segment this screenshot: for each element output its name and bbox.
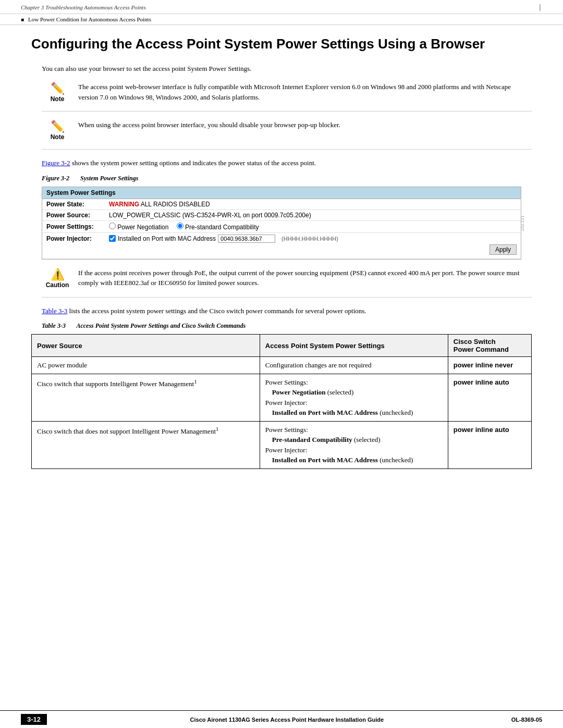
mac-hint-text: (HHHH.HHHH.HHHH) — [282, 236, 338, 242]
caution-icon-col: ⚠️ Caution — [42, 268, 73, 289]
caution-triangle-icon: ⚠️ — [51, 268, 65, 281]
row2-col1: Cisco switch that supports Intelligent P… — [32, 374, 260, 421]
mac-address-input[interactable] — [218, 235, 275, 243]
checkbox-label-text: Installed on Port with MAC Address — [118, 235, 216, 242]
note-text-2: When using the access point browser inte… — [78, 120, 532, 130]
bullet-icon: ■ — [21, 17, 24, 22]
row3-bold1: Pre-standard Compatibility — [272, 436, 352, 443]
note-text-1: The access point web-browser interface i… — [78, 82, 532, 102]
radio-power-negotiation: Power Negotiation — [109, 224, 170, 231]
figure-watermark: 121707 — [520, 215, 525, 231]
power-source-label: Power Source: — [46, 212, 109, 219]
figure-label: Figure 3-2 System Power Settings — [42, 175, 532, 182]
note-block-2: ✏️ Note When using the access point brow… — [42, 120, 532, 150]
figure-link[interactable]: Figure 3-2 — [42, 159, 70, 167]
figure-row-power-settings: Power Settings: Power Negotiation Pre-st… — [42, 221, 521, 233]
note-block-1: ✏️ Note The access point web-browser int… — [42, 82, 532, 112]
row1-col1: AC power module — [32, 357, 260, 374]
chapter-title: Configuring the Access Point System Powe… — [31, 35, 532, 53]
power-injector-label: Power Injector: — [46, 235, 109, 242]
footer-center-text: Cisco Aironet 1130AG Series Access Point… — [63, 717, 511, 723]
col3-header-line2: Power Command — [454, 346, 509, 353]
figure-box: System Power Settings Power State: WARNI… — [42, 187, 521, 260]
note-pencil-icon-2: ✏️ — [51, 120, 65, 133]
row3-col1: Cisco switch that does not support Intel… — [32, 421, 260, 468]
note-icon-col-1: ✏️ Note — [42, 82, 73, 103]
row1-col2: Configuration changes are not required — [260, 357, 448, 374]
row2-col3: power inline auto — [448, 374, 531, 421]
note-icon-col-2: ✏️ Note — [42, 120, 73, 141]
table-title: Access Point System Power Settings and C… — [76, 322, 246, 329]
table-link[interactable]: Table 3-3 — [42, 307, 67, 315]
table-intro-text: Table 3-3 lists the access point system … — [42, 306, 532, 316]
radio-power-negotiation-label: Power Negotiation — [117, 224, 168, 231]
col3-header-line1: Cisco Switch — [454, 338, 496, 346]
note-label-2: Note — [51, 133, 65, 141]
figure-row-power-source: Power Source: LOW_POWER_CLASSIC (WS-C352… — [42, 210, 521, 221]
row2-bold1: Power Negotiation — [272, 388, 326, 396]
table-row: AC power module Configuration changes ar… — [32, 357, 532, 374]
row2-bold2: Installed on Port with MAC Address — [272, 409, 378, 416]
power-settings-label: Power Settings: — [46, 223, 109, 230]
table-header-row: Power Source Access Point System Power S… — [32, 335, 532, 357]
warning-detail: ALL RADIOS DISABLED — [141, 201, 210, 208]
footer-right-text: OL-8369-05 — [511, 717, 542, 723]
figure-row-power-state: Power State: WARNING ALL RADIOS DISABLED — [42, 199, 521, 210]
figure-num: Figure 3-2 — [42, 175, 69, 182]
col1-header: Power Source — [32, 335, 260, 357]
caution-text: If the access point receives power throu… — [78, 268, 532, 288]
row1-col3: power inline never — [448, 357, 531, 374]
intro-text: You can also use your browser to set the… — [42, 64, 532, 74]
table-num: Table 3-3 — [42, 322, 66, 329]
figure-intro-rest: shows the system power setting options a… — [72, 159, 316, 167]
power-settings-value: Power Negotiation Pre-standard Compatibi… — [109, 223, 517, 231]
row3-col2: Power Settings: Pre-standard Compatibili… — [260, 421, 448, 468]
power-injector-checkbox-label: Installed on Port with MAC Address (HHHH… — [109, 235, 517, 243]
sub-header-text: Low Power Condition for Autonomous Acces… — [28, 16, 151, 22]
figure-row-power-injector: Power Injector: Installed on Port with M… — [42, 233, 521, 259]
power-state-label: Power State: — [46, 201, 109, 208]
radio-pre-standard: Pre-standard Compatibility — [177, 224, 259, 231]
header-separator: │ — [538, 4, 542, 10]
figure-title: System Power Settings — [80, 175, 138, 182]
power-injector-value: Installed on Port with MAC Address (HHHH… — [109, 235, 517, 243]
figure-intro-text: Figure 3-2 shows the system power settin… — [42, 158, 532, 168]
radio-pre-standard-input[interactable] — [177, 223, 183, 229]
page-footer: 3-12 Cisco Aironet 1130AG Series Access … — [0, 710, 563, 728]
header-chapter: Chapter 3 Troubleshooting Autonomous Acc… — [21, 4, 146, 10]
col2-header: Access Point System Power Settings — [260, 335, 448, 357]
note-label-1: Note — [51, 95, 65, 103]
table-label: Table 3-3 Access Point System Power Sett… — [42, 322, 532, 330]
caution-label: Caution — [46, 281, 69, 289]
col3-header: Cisco Switch Power Command — [448, 335, 531, 357]
warning-text: WARNING — [109, 201, 139, 208]
row3-bold2: Installed on Port with MAC Address — [272, 456, 378, 464]
power-source-value: LOW_POWER_CLASSIC (WS-C3524-PWR-XL on po… — [109, 212, 517, 219]
note-pencil-icon-1: ✏️ — [51, 82, 65, 95]
main-table: Power Source Access Point System Power S… — [31, 334, 532, 469]
radio-pre-standard-label: Pre-standard Compatibility — [185, 224, 259, 231]
row2-col2: Power Settings: Power Negotiation (selec… — [260, 374, 448, 421]
page-header: Chapter 3 Troubleshooting Autonomous Acc… — [0, 0, 563, 14]
apply-button[interactable]: Apply — [489, 244, 517, 255]
power-injector-checkbox[interactable] — [109, 235, 116, 242]
sub-header: ■ Low Power Condition for Autonomous Acc… — [0, 14, 563, 25]
radio-power-negotiation-input[interactable] — [109, 223, 116, 229]
table-row: Cisco switch that does not support Intel… — [32, 421, 532, 468]
row3-col3: power inline auto — [448, 421, 531, 468]
caution-block: ⚠️ Caution If the access point receives … — [42, 268, 532, 298]
power-state-value: WARNING ALL RADIOS DISABLED — [109, 201, 517, 208]
figure-header: System Power Settings — [42, 187, 521, 199]
footer-page-num: 3-12 — [21, 714, 47, 725]
table-row: Cisco switch that supports Intelligent P… — [32, 374, 532, 421]
table-intro-rest: lists the access point system power sett… — [69, 307, 366, 315]
main-content: Configuring the Access Point System Powe… — [0, 25, 563, 521]
